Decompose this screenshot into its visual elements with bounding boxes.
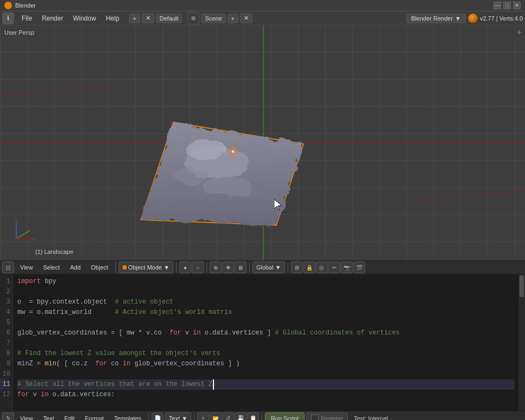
code-view-menu[interactable]: View [16,414,37,421]
vertical-scrollbar[interactable] [518,274,525,411]
text-file-selector[interactable]: Text ▼ [165,412,191,421]
object-menu[interactable]: Object [87,262,113,272]
menu-window[interactable]: Window [69,13,101,24]
code-line-11: # Select all the vertices that are on th… [17,379,514,390]
code-format-menu[interactable]: Format [81,414,108,421]
text-saveas-icon[interactable]: 📋 [247,412,259,421]
window-controls[interactable]: — □ ✕ [494,2,521,9]
grease-pencil-icon[interactable]: ✏ [328,261,340,273]
title-bar: Blender — □ ✕ [0,0,525,11]
svg-text:Z: Z [15,218,18,222]
code-toolbar-sep2 [194,413,195,421]
viewport-label: User Persp [4,29,34,36]
text-open-icon[interactable]: 📂 [210,412,222,421]
code-content[interactable]: import bpy o = bpy.context.object # acti… [13,274,518,411]
viewport-type-icon[interactable]: ⊡ [2,261,14,273]
code-line-5 [17,318,514,328]
layers-icon[interactable]: ⊞ [291,261,303,273]
separator-4 [249,262,250,273]
snap-icon[interactable]: ⊠ [235,261,247,273]
viewport-3d[interactable]: User Persp + [0,25,525,260]
run-script-button[interactable]: Run Script [265,412,304,421]
close-button[interactable]: ✕ [513,2,521,9]
layout-selector[interactable]: Default [156,14,183,23]
line-numbers: 1 2 3 4 5 6 7 8 9 10 11 12 [0,274,13,411]
text-internal-label: Text: Internal [354,415,388,421]
add-menu[interactable]: Add [66,262,85,272]
render-engine-chevron: ▼ [455,15,461,22]
render-engine-label: Blender Render [411,15,453,22]
svg-point-3 [187,139,225,160]
svg-text:Y: Y [33,237,35,242]
solid-shading-icon[interactable]: ● [179,261,191,273]
menu-render[interactable]: Render [37,13,67,24]
scene-section: ⊞ Scene + ✕ [187,12,252,24]
lock-icon[interactable]: 🔒 [303,261,315,273]
code-edit-menu[interactable]: Edit [60,414,79,421]
code-editor[interactable]: 1 2 3 4 5 6 7 8 9 10 11 12 import bpy o … [0,274,525,411]
scene-close-button[interactable]: ✕ [240,13,252,23]
register-checkbox[interactable] [311,415,319,421]
scrollbar-thumb[interactable] [520,275,524,297]
line-num-6: 6 [0,328,10,338]
layout-section: + ✕ Default [129,13,182,23]
layout-add-button[interactable]: + [129,14,140,23]
code-line-4: mw = o.matrix_world # Active object's wo… [17,307,514,318]
separator-3 [206,262,207,273]
viewport-expand-icon[interactable]: + [516,28,522,38]
code-line-1: import bpy [17,277,514,287]
object-mode-label: Object Mode [128,264,162,271]
menu-file[interactable]: File [17,13,36,24]
layout-close-button[interactable]: ✕ [142,13,154,23]
mode-dot-icon [122,265,127,270]
pivot-icon[interactable]: ⊕ [210,261,222,273]
select-menu[interactable]: Select [39,262,64,272]
object-mode-dropdown[interactable]: Object Mode ▼ [119,261,173,273]
viewport-shading-group: ● ○ [179,261,204,273]
render-section: Blender Render ▼ v2.77 | Verts:4.0 [406,14,523,23]
maximize-button[interactable]: □ [503,2,511,9]
text-new-icon[interactable]: + [197,412,209,421]
svg-point-5 [173,168,206,185]
new-text-icon[interactable]: 📄 [152,412,164,421]
line-num-4: 4 [0,307,10,318]
line-num-8: 8 [0,349,10,359]
code-line-6: glob_vertex_coordinates = [ mw * v.co fo… [17,328,514,338]
line-num-11: 11 [0,379,10,390]
layout-close-icon: ✕ [146,15,151,22]
line-num-5: 5 [0,318,10,328]
manipulator-icon[interactable]: ✥ [222,261,234,273]
pivot-group: ⊕ ✥ ⊠ [210,261,247,273]
code-line-3: o = bpy.context.object # active object [17,297,514,307]
wire-shading-icon[interactable]: ○ [192,261,204,273]
text-reload-icon[interactable]: ↺ [222,412,234,421]
code-line-12: for v in o.data.vertices: [17,390,514,400]
separator-5 [288,262,288,273]
line-num-7: 7 [0,338,10,349]
code-text-menu[interactable]: Text [39,414,59,421]
minimize-button[interactable]: — [494,2,501,9]
proportional-icon[interactable]: ◎ [316,261,328,273]
mouse-cursor [274,199,283,210]
text-save-icon[interactable]: 💾 [235,412,247,421]
app-title: Blender [15,2,36,9]
render-icon[interactable]: 🎬 [353,261,365,273]
code-line-9: minZ = min( [ co.z for co in glob_vertex… [17,359,514,369]
code-templates-menu[interactable]: Templates [110,414,146,421]
render-engine-selector[interactable]: Blender Render ▼ [406,14,466,23]
camera-icon[interactable]: 📷 [341,261,353,273]
view-menu[interactable]: View [16,262,37,272]
viewport-toolbar: ⊡ View Select Add Object Object Mode ▼ ●… [0,260,525,274]
mode-chevron: ▼ [164,264,170,271]
scene-add-button[interactable]: + [228,14,238,23]
line-num-1: 1 [0,277,10,287]
line-num-2: 2 [0,287,10,297]
menu-help[interactable]: Help [101,13,124,24]
text-editor-type-icon[interactable]: ✎ [2,412,14,421]
scene-selector[interactable]: Scene [201,14,225,23]
global-dropdown[interactable]: Global ▼ [252,261,285,273]
line-num-3: 3 [0,297,10,307]
svg-text:X: X [30,226,33,231]
register-button[interactable]: Register [306,412,348,421]
landscape-mesh-container [108,79,309,236]
